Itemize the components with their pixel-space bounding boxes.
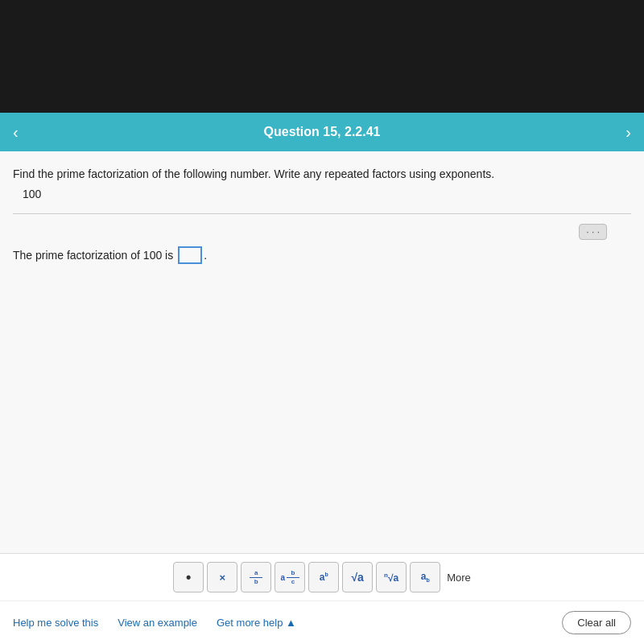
math-toolbar: • × a b a b — [0, 554, 644, 601]
superscript-icon: ab — [320, 572, 328, 583]
sqrt-button[interactable]: √a — [342, 562, 373, 592]
main-screen: ‹ Question 15, 2.2.41 › Find the prime f… — [0, 113, 644, 644]
answer-prefix-text: The prime factorization of 100 is — [13, 249, 173, 262]
nav-right-button[interactable]: › — [625, 123, 631, 142]
get-more-help-link[interactable]: Get more help ▲ — [217, 617, 562, 629]
question-instruction: Find the prime factorization of the foll… — [13, 166, 631, 183]
question-number: 100 — [23, 188, 631, 200]
clear-all-button[interactable]: Clear all — [562, 611, 631, 634]
mixed-number-icon: a b c — [280, 570, 299, 585]
mixed-number-button[interactable]: a b c — [275, 562, 305, 592]
fraction-icon: a b — [250, 570, 262, 585]
subscript-button[interactable]: ab — [410, 562, 440, 592]
help-solve-link[interactable]: Help me solve this — [13, 617, 98, 629]
dark-background — [0, 0, 644, 113]
view-example-link[interactable]: View an example — [118, 617, 197, 629]
superscript-button[interactable]: ab — [308, 562, 339, 592]
more-label: More — [447, 572, 471, 584]
action-bar: Help me solve this View an example Get m… — [0, 601, 644, 644]
question-title: Question 15, 2.2.41 — [264, 125, 381, 139]
subscript-icon: ab — [421, 571, 430, 583]
dot-icon: • — [186, 569, 191, 586]
answer-row: The prime factorization of 100 is . — [13, 246, 631, 264]
dot-button[interactable]: • — [173, 562, 204, 592]
fraction-button[interactable]: a b — [241, 562, 271, 592]
answer-input-box[interactable] — [178, 246, 202, 264]
answer-period: . — [204, 249, 207, 262]
multiply-button[interactable]: × — [207, 562, 237, 592]
nthroot-button[interactable]: n√a — [376, 562, 407, 592]
nthroot-icon: n√a — [384, 572, 398, 584]
expand-dots-row: · · · — [13, 224, 631, 240]
bottom-area: • × a b a b — [0, 553, 644, 644]
sqrt-icon: √a — [351, 571, 363, 584]
header-bar: ‹ Question 15, 2.2.41 › — [0, 113, 644, 151]
nav-left-button[interactable]: ‹ — [13, 123, 19, 142]
question-area: Find the prime factorization of the foll… — [0, 151, 644, 553]
divider — [13, 213, 631, 214]
multiply-icon: × — [219, 572, 225, 584]
expand-dots-button[interactable]: · · · — [579, 224, 607, 240]
